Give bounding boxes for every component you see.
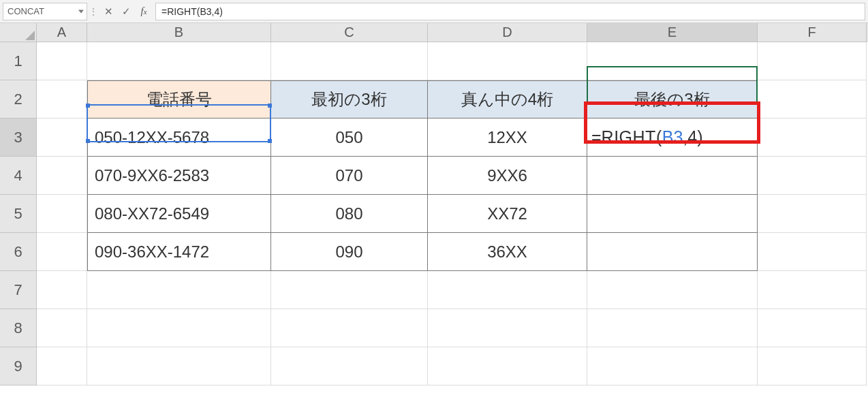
cell-C7[interactable] <box>271 271 428 309</box>
cell-F6[interactable] <box>758 233 867 271</box>
cell-A1[interactable] <box>37 42 87 80</box>
row-3: 3 050-12XX-5678 050 12XX =RIGHT(B3,4) <box>0 119 868 157</box>
cell-B1[interactable] <box>87 42 271 80</box>
row-2: 2 電話番号 最初の3桁 真ん中の4桁 最後の3桁 <box>0 80 868 119</box>
select-all-corner[interactable] <box>0 23 37 42</box>
cell-D8[interactable] <box>428 309 587 347</box>
cell-A7[interactable] <box>37 271 87 309</box>
formula-close: ) <box>697 127 702 147</box>
header-phone: 電話番号 <box>146 89 212 110</box>
row-6: 6 090-36XX-1472 090 36XX <box>0 233 868 271</box>
cell-B5[interactable]: 080-XX72-6549 <box>87 195 271 233</box>
confirm-icon[interactable]: ✓ <box>117 3 135 20</box>
cell-D3[interactable]: 12XX <box>428 119 587 157</box>
column-header-B[interactable]: B <box>87 23 271 42</box>
row-header-6[interactable]: 6 <box>0 233 37 271</box>
cell-D7[interactable] <box>428 271 587 309</box>
row-1: 1 <box>0 42 868 80</box>
cell-C3-value: 050 <box>335 128 362 147</box>
cell-D4[interactable]: 9XX6 <box>428 157 587 195</box>
cell-B6-value: 090-36XX-1472 <box>95 242 209 262</box>
cell-B8[interactable] <box>87 309 271 347</box>
cell-C2[interactable]: 最初の3桁 <box>271 80 428 119</box>
header-last3: 最後の3桁 <box>634 89 709 110</box>
cancel-icon[interactable]: ✕ <box>99 3 117 20</box>
row-4: 4 070-9XX6-2583 070 9XX6 <box>0 157 868 195</box>
cell-E1[interactable] <box>587 42 758 80</box>
cell-C9[interactable] <box>271 347 428 385</box>
cell-A9[interactable] <box>37 347 87 385</box>
row-header-9[interactable]: 9 <box>0 347 37 385</box>
row-header-8[interactable]: 8 <box>0 309 37 347</box>
chevron-down-icon[interactable] <box>78 10 84 13</box>
cell-D4-value: 9XX6 <box>487 166 527 185</box>
cell-F3[interactable] <box>758 119 867 157</box>
cell-E2[interactable]: 最後の3桁 <box>587 80 758 119</box>
formula-ref: B3 <box>662 127 683 147</box>
row-header-7[interactable]: 7 <box>0 271 37 309</box>
cell-D9[interactable] <box>428 347 587 385</box>
name-box[interactable]: CONCAT <box>3 3 87 20</box>
column-header-C[interactable]: C <box>271 23 428 42</box>
cell-B7[interactable] <box>87 271 271 309</box>
cell-F5[interactable] <box>758 195 867 233</box>
cell-B3-value: 050-12XX-5678 <box>95 128 209 147</box>
cell-C6-value: 090 <box>335 242 362 262</box>
cell-B9[interactable] <box>87 347 271 385</box>
column-header-D[interactable]: D <box>428 23 587 42</box>
cell-D5[interactable]: XX72 <box>428 195 587 233</box>
cell-A2[interactable] <box>37 80 87 119</box>
cell-E4[interactable] <box>587 157 758 195</box>
column-header-A[interactable]: A <box>37 23 87 42</box>
cell-E6[interactable] <box>587 233 758 271</box>
cell-C6[interactable]: 090 <box>271 233 428 271</box>
cell-F8[interactable] <box>758 309 867 347</box>
cell-A5[interactable] <box>37 195 87 233</box>
cell-C4[interactable]: 070 <box>271 157 428 195</box>
cell-E5[interactable] <box>587 195 758 233</box>
column-headers: A B C D E F <box>0 23 868 42</box>
name-box-value: CONCAT <box>7 6 44 16</box>
row-header-5[interactable]: 5 <box>0 195 37 233</box>
cell-F9[interactable] <box>758 347 867 385</box>
cell-F1[interactable] <box>758 42 867 80</box>
cell-F2[interactable] <box>758 80 867 119</box>
cell-A4[interactable] <box>37 157 87 195</box>
formula-arg: 4 <box>687 127 697 147</box>
cell-E8[interactable] <box>587 309 758 347</box>
cell-A8[interactable] <box>37 309 87 347</box>
cell-E7[interactable] <box>587 271 758 309</box>
cell-E9[interactable] <box>587 347 758 385</box>
column-header-E[interactable]: E <box>587 23 758 42</box>
cell-E3[interactable]: =RIGHT(B3,4) <box>587 119 758 157</box>
cell-D5-value: XX72 <box>487 204 527 223</box>
cell-B2[interactable]: 電話番号 <box>87 80 271 119</box>
row-header-2[interactable]: 2 <box>0 80 37 119</box>
cell-C1[interactable] <box>271 42 428 80</box>
header-first3: 最初の3桁 <box>311 89 386 110</box>
cell-A6[interactable] <box>37 233 87 271</box>
cell-D6[interactable]: 36XX <box>428 233 587 271</box>
cell-D6-value: 36XX <box>487 242 527 262</box>
row-header-1[interactable]: 1 <box>0 42 37 80</box>
cell-B6[interactable]: 090-36XX-1472 <box>87 233 271 271</box>
cell-B4[interactable]: 070-9XX6-2583 <box>87 157 271 195</box>
cell-C3[interactable]: 050 <box>271 119 428 157</box>
formula-comma: , <box>683 127 687 147</box>
row-9: 9 <box>0 347 868 385</box>
cell-D2[interactable]: 真ん中の4桁 <box>428 80 587 119</box>
formula-eq: = <box>591 127 602 147</box>
cell-B3[interactable]: 050-12XX-5678 <box>87 119 271 157</box>
formula-bar: CONCAT ⋮ ✕ ✓ fx =RIGHT(B3,4) <box>0 0 868 23</box>
row-header-4[interactable]: 4 <box>0 157 37 195</box>
cell-F4[interactable] <box>758 157 867 195</box>
cell-A3[interactable] <box>37 119 87 157</box>
column-header-F[interactable]: F <box>758 23 867 42</box>
cell-C8[interactable] <box>271 309 428 347</box>
cell-F7[interactable] <box>758 271 867 309</box>
cell-D1[interactable] <box>428 42 587 80</box>
row-header-3[interactable]: 3 <box>0 119 37 157</box>
formula-input[interactable]: =RIGHT(B3,4) <box>155 3 865 20</box>
fx-icon[interactable]: fx <box>135 3 153 20</box>
cell-C5[interactable]: 080 <box>271 195 428 233</box>
